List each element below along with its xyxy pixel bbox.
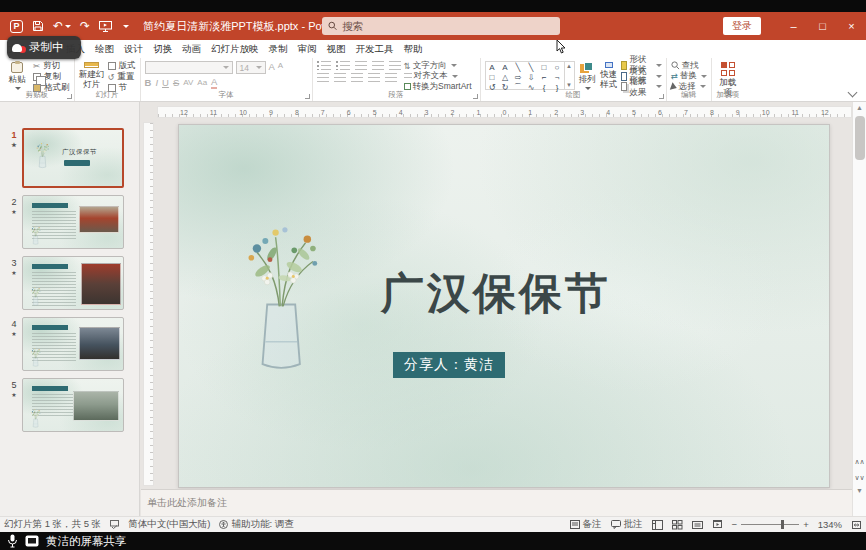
- find-button[interactable]: 查找: [671, 61, 707, 71]
- horizontal-ruler[interactable]: 1211109876543210123456789101112: [157, 106, 852, 118]
- shape-item[interactable]: ○: [551, 62, 564, 72]
- notes-pane[interactable]: 单击此处添加备注: [141, 489, 852, 516]
- decrease-indent-icon[interactable]: [355, 61, 367, 70]
- search-box[interactable]: [322, 17, 560, 35]
- shape-item[interactable]: ⌐: [538, 72, 551, 82]
- ribbon-tab[interactable]: 幻灯片放映: [206, 43, 264, 56]
- minimize-button[interactable]: –: [779, 12, 808, 40]
- zoom-thumb[interactable]: [781, 520, 784, 529]
- vertical-ruler[interactable]: [143, 122, 154, 486]
- dialog-launcher-icon[interactable]: [659, 94, 664, 99]
- ribbon-tab[interactable]: 视图: [322, 43, 351, 56]
- ribbon-tab[interactable]: 开发工具: [351, 43, 399, 56]
- shapes-scroll-down-icon[interactable]: ▼: [566, 82, 572, 88]
- shape-item[interactable]: ⇩: [525, 72, 538, 82]
- ribbon-tab[interactable]: 审阅: [293, 43, 322, 56]
- microphone-icon[interactable]: [7, 534, 18, 548]
- reset-button[interactable]: ↺重置: [108, 72, 136, 82]
- redo-button[interactable]: ↷: [80, 19, 90, 33]
- zoom-level[interactable]: 134%: [818, 519, 842, 530]
- shape-item[interactable]: ⇨: [512, 72, 525, 82]
- paste-button[interactable]: 粘贴: [4, 61, 30, 90]
- bullets-icon[interactable]: [317, 61, 331, 70]
- shape-item[interactable]: A: [499, 62, 512, 72]
- underline-button[interactable]: U: [162, 77, 169, 88]
- slide-sorter-view-button[interactable]: [672, 520, 683, 530]
- replace-button[interactable]: ⇄替换: [671, 72, 707, 82]
- align-center-icon[interactable]: [334, 73, 346, 82]
- normal-view-button[interactable]: [652, 520, 663, 530]
- slide-canvas[interactable]: 广汉保保节 分享人：黄洁: [178, 124, 830, 488]
- language-indicator[interactable]: 简体中文(中国大陆): [128, 518, 210, 531]
- shape-item[interactable]: □: [538, 62, 551, 72]
- customize-qat-button[interactable]: [121, 25, 129, 28]
- scroll-up-icon[interactable]: ▲: [853, 104, 866, 111]
- justify-icon[interactable]: [368, 73, 380, 82]
- change-case-button[interactable]: Aa: [197, 78, 207, 87]
- shape-item[interactable]: ¬: [551, 72, 564, 82]
- line-spacing-icon[interactable]: [389, 61, 401, 70]
- zoom-in-button[interactable]: +: [803, 519, 809, 530]
- zoom-slider[interactable]: − +: [732, 519, 809, 530]
- thumbnail-slide-5[interactable]: [22, 378, 124, 432]
- screen-share-icon[interactable]: [25, 535, 39, 547]
- thumbnail-slide-4[interactable]: [22, 317, 124, 371]
- shape-item[interactable]: □: [486, 72, 499, 82]
- numbering-icon[interactable]: [336, 61, 350, 70]
- align-text-button[interactable]: 对齐文本: [404, 72, 472, 82]
- save-button[interactable]: [32, 20, 44, 32]
- sign-in-button[interactable]: 登录: [723, 17, 761, 35]
- reading-view-button[interactable]: [692, 520, 703, 530]
- zoom-track[interactable]: [741, 524, 799, 525]
- ribbon-tab[interactable]: 动画: [177, 43, 206, 56]
- cut-button[interactable]: ✂剪切: [33, 61, 70, 71]
- layout-button[interactable]: 版式: [108, 61, 136, 71]
- shape-item[interactable]: A: [486, 62, 499, 72]
- character-spacing-button[interactable]: AV: [183, 78, 193, 87]
- proofing-button[interactable]: [110, 520, 119, 529]
- strikethrough-button[interactable]: S: [173, 77, 179, 88]
- search-input[interactable]: [342, 20, 554, 32]
- font-size-combo[interactable]: 14: [236, 61, 266, 74]
- close-button[interactable]: ×: [837, 12, 866, 40]
- dialog-launcher-icon[interactable]: [67, 94, 72, 99]
- thumbnail-slide-2[interactable]: [22, 195, 124, 249]
- font-color-button[interactable]: A: [211, 76, 217, 89]
- shape-item[interactable]: ╲: [512, 62, 525, 72]
- shape-item[interactable]: ╲: [525, 62, 538, 72]
- comments-toggle-button[interactable]: 批注: [611, 518, 643, 531]
- recording-indicator[interactable]: 录制中: [7, 36, 81, 59]
- thumbnail-slide-1[interactable]: 广汉保保节: [22, 128, 124, 188]
- align-left-icon[interactable]: [317, 73, 329, 82]
- ribbon-tab[interactable]: 帮助: [399, 43, 428, 56]
- collapse-ribbon-icon[interactable]: [848, 88, 858, 98]
- start-slideshow-button[interactable]: [99, 21, 112, 32]
- columns-icon[interactable]: [385, 73, 397, 82]
- undo-button[interactable]: ↶: [53, 19, 71, 33]
- presenter-badge[interactable]: 分享人：黄洁: [393, 352, 505, 378]
- slide-title[interactable]: 广汉保保节: [381, 265, 611, 323]
- quick-styles-button[interactable]: 快速样式: [600, 61, 618, 90]
- dialog-launcher-icon[interactable]: [473, 94, 478, 99]
- ribbon-tab[interactable]: 录制: [264, 43, 293, 56]
- next-slide-button[interactable]: ∨∨: [853, 475, 866, 480]
- increase-indent-icon[interactable]: [372, 61, 384, 70]
- new-slide-button[interactable]: 新建幻灯片: [79, 61, 105, 90]
- bold-button[interactable]: B: [145, 77, 152, 88]
- thumbnail-slide-3[interactable]: [22, 256, 124, 310]
- copy-button[interactable]: 复制: [33, 72, 70, 82]
- vertical-scrollbar[interactable]: ▲ ∧∧ ∨∨ ▼: [852, 102, 866, 516]
- notes-toggle-button[interactable]: 备注: [570, 518, 602, 531]
- zoom-out-button[interactable]: −: [732, 519, 738, 530]
- shape-item[interactable]: △: [499, 72, 512, 82]
- dialog-launcher-icon[interactable]: [305, 94, 310, 99]
- shrink-font-button[interactable]: A: [278, 61, 283, 74]
- addins-button[interactable]: 加载项: [716, 61, 740, 90]
- italic-button[interactable]: I: [155, 77, 158, 88]
- accessibility-button[interactable]: 辅助功能: 调查: [219, 518, 293, 531]
- previous-slide-button[interactable]: ∧∧: [853, 459, 866, 464]
- shapes-scroll-up-icon[interactable]: ▲: [566, 63, 572, 69]
- slideshow-view-button[interactable]: [712, 520, 723, 530]
- ribbon-tab[interactable]: 设计: [119, 43, 148, 56]
- arrange-button[interactable]: 排列: [578, 61, 597, 90]
